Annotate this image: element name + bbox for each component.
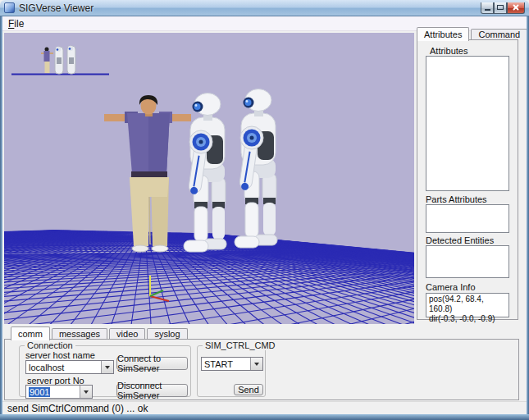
3d-viewport[interactable] <box>4 33 414 324</box>
bottom-panel-tabs: comm messages video syslog <box>11 326 189 340</box>
camera-info-box: pos(94.2, 68.4, 160.8) dir(-0.3, -0.0, -… <box>426 293 509 317</box>
chevron-down-icon[interactable] <box>80 386 92 398</box>
server-host-combobox[interactable]: localhost <box>25 360 114 374</box>
tab-comm[interactable]: comm <box>11 326 50 340</box>
status-text: send SimCtrlCommand (0) ... ok <box>7 403 148 414</box>
parts-attributes-label: Parts Attributes <box>426 194 487 204</box>
detected-entities-label: Detected Entities <box>426 235 494 245</box>
comm-panel: Connection server host name localhost se… <box>4 339 519 400</box>
sim-ctrl-cmd-value: START <box>204 359 233 369</box>
app-window: SIGVerse Viewer File <box>0 0 529 420</box>
title-bar[interactable]: SIGVerse Viewer <box>0 0 529 16</box>
tab-syslog[interactable]: syslog <box>147 328 187 340</box>
server-host-label: server host name <box>25 350 95 360</box>
disconnect-button[interactable]: Disconnect SimServer <box>116 384 188 397</box>
menu-file[interactable]: File <box>2 17 30 30</box>
right-panel-tabs: Attributes Command <box>417 27 527 40</box>
sim-ctrl-group-label: SIM_CTRL_CMD <box>203 340 278 350</box>
camera-pos-value: pos(94.2, 68.4, 160.8) <box>429 294 506 314</box>
minimize-button[interactable] <box>481 2 494 14</box>
server-host-value: localhost <box>29 363 64 372</box>
camera-info-label: Camera Info <box>426 282 476 292</box>
attributes-label: Attributes <box>430 46 467 56</box>
ground-grid <box>4 33 414 324</box>
server-port-combobox[interactable]: 9001 <box>25 385 93 399</box>
tab-video[interactable]: video <box>109 328 145 340</box>
server-port-value: 9001 <box>29 387 50 397</box>
attributes-panel: Attributes Parts Attributes Detected Ent… <box>417 39 518 320</box>
send-button[interactable]: Send <box>234 384 263 395</box>
camera-dir-value: dir(-0.3, -0.0, -0.9) <box>429 314 506 324</box>
close-button[interactable] <box>507 2 525 14</box>
sim-ctrl-cmd-combobox[interactable]: START <box>201 357 263 371</box>
connection-group-label: Connection <box>25 340 75 350</box>
tab-command[interactable]: Command <box>471 29 527 40</box>
chevron-down-icon[interactable] <box>101 361 113 373</box>
sim-ctrl-group: SIM_CTRL_CMD START Send <box>197 345 266 397</box>
connection-group: Connection server host name localhost se… <box>19 345 191 397</box>
parts-attributes-list[interactable] <box>426 204 509 233</box>
app-icon <box>4 2 15 13</box>
status-bar: send SimCtrlCommand (0) ... ok <box>2 401 527 414</box>
tab-attributes[interactable]: Attributes <box>417 27 469 41</box>
connect-button[interactable]: Connect to SimServer <box>116 357 188 370</box>
detected-entities-list[interactable] <box>426 245 509 278</box>
chevron-down-icon[interactable] <box>250 358 262 370</box>
tab-messages[interactable]: messages <box>52 328 107 340</box>
attributes-list[interactable] <box>426 56 509 191</box>
client-area: File <box>2 16 527 414</box>
maximize-button[interactable] <box>494 2 507 14</box>
window-frame-bottom <box>0 414 529 420</box>
window-title: SIGVerse Viewer <box>19 2 93 14</box>
